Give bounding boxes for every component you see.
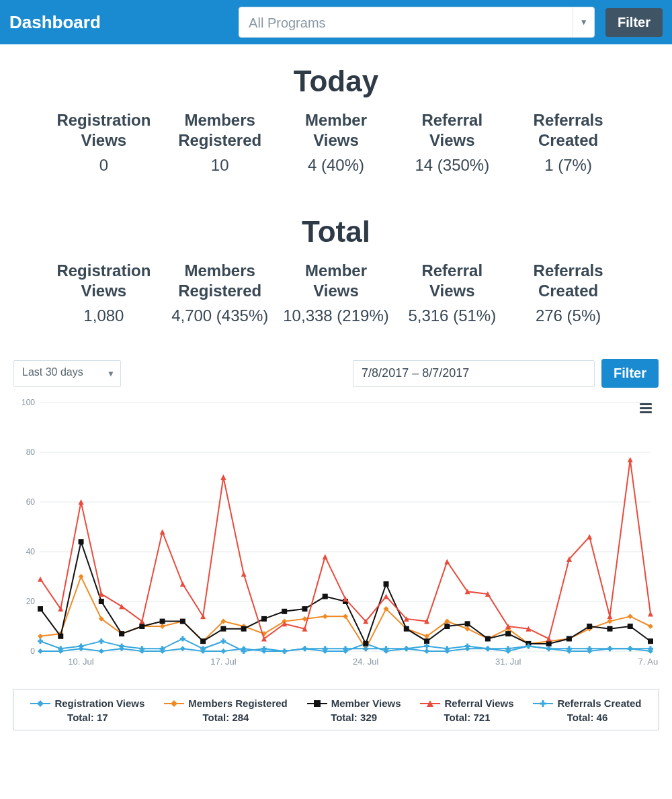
svg-rect-89	[241, 626, 247, 632]
svg-marker-124	[323, 554, 328, 559]
stat: RegistrationViews 1,080	[47, 261, 161, 325]
svg-marker-135	[546, 636, 552, 642]
svg-text:0: 0	[30, 646, 35, 656]
stat-value: 276 (5%)	[511, 306, 625, 325]
date-range-input[interactable]	[353, 360, 595, 387]
stat-label: RegistrationViews	[47, 261, 161, 301]
legend-total: Total: 46	[533, 712, 641, 723]
total-section: Total RegistrationViews 1,080MembersRegi…	[0, 181, 672, 332]
svg-text:100: 100	[22, 398, 35, 407]
chart-controls: Last 30 days ▼ Filter	[0, 359, 672, 388]
svg-text:80: 80	[26, 448, 36, 457]
stat-label: MembersRegistered	[163, 110, 277, 151]
stat-label: MemberViews	[280, 110, 393, 151]
svg-marker-17	[38, 648, 43, 654]
svg-marker-116	[160, 529, 165, 534]
svg-rect-105	[566, 636, 572, 642]
svg-marker-139	[628, 457, 633, 462]
stat: ReferralViews 14 (350%)	[395, 110, 509, 175]
svg-rect-109	[648, 638, 653, 644]
legend-marker-icon	[164, 699, 184, 708]
legend-total: Total: 329	[307, 712, 401, 723]
legend-item[interactable]: Registration Views Total: 17	[30, 698, 144, 723]
stat-value: 10	[163, 156, 277, 175]
svg-rect-98	[424, 638, 429, 644]
svg-text:40: 40	[26, 547, 36, 556]
legend-total: Total: 284	[164, 712, 288, 723]
svg-marker-62	[323, 614, 328, 619]
svg-rect-104	[546, 641, 552, 646]
svg-text:7. Aug: 7. Aug	[638, 657, 659, 667]
stat-value: 4 (40%)	[280, 156, 393, 175]
range-select[interactable]: Last 30 days ▼	[13, 360, 121, 387]
svg-rect-101	[485, 636, 491, 642]
legend-item[interactable]: Referrals Created Total: 46	[533, 698, 641, 723]
svg-rect-81	[79, 539, 84, 544]
svg-rect-106	[587, 624, 592, 629]
stat-value: 0	[47, 156, 161, 175]
svg-marker-119	[220, 474, 226, 480]
legend-marker-icon	[307, 699, 327, 708]
stat: MembersRegistered 10	[163, 110, 277, 175]
total-stats-row: RegistrationViews 1,080MembersRegistered…	[13, 261, 659, 325]
svg-marker-77	[628, 614, 633, 619]
svg-marker-137	[587, 534, 592, 540]
svg-rect-87	[200, 638, 206, 644]
svg-marker-130	[444, 559, 450, 564]
svg-rect-80	[58, 634, 63, 639]
legend-label: Registration Views	[54, 698, 144, 709]
svg-rect-100	[465, 621, 470, 626]
svg-marker-24	[180, 646, 185, 651]
svg-text:17. Jul: 17. Jul	[210, 657, 236, 667]
svg-rect-86	[180, 619, 185, 624]
svg-rect-97	[404, 626, 409, 632]
svg-text:31. Jul: 31. Jul	[495, 657, 521, 667]
chart-menu-icon[interactable]	[640, 401, 652, 415]
stat-value: 1 (7%)	[511, 156, 625, 175]
legend-total: Total: 17	[30, 712, 144, 723]
stat-label: ReferralViews	[395, 261, 509, 301]
stat: ReferralViews 5,316 (51%)	[395, 261, 509, 325]
svg-marker-36	[424, 648, 429, 654]
chevron-down-icon: ▼	[573, 7, 594, 37]
svg-marker-50	[79, 574, 84, 579]
stat-label: ReferralsCreated	[511, 110, 625, 151]
today-stats-row: RegistrationViews 0MembersRegistered 10M…	[13, 110, 659, 175]
svg-rect-108	[628, 624, 633, 629]
program-select-value: All Programs	[239, 7, 594, 38]
stat: ReferralsCreated 276 (5%)	[511, 261, 625, 325]
program-select[interactable]: All Programs ▼	[239, 7, 595, 38]
svg-marker-206	[171, 700, 177, 707]
stat: MembersRegistered 4,700 (435%)	[163, 261, 277, 325]
svg-rect-91	[282, 609, 287, 614]
legend-label: Referral Views	[444, 698, 513, 709]
legend-item[interactable]: Referral Views Total: 721	[420, 698, 513, 723]
legend-marker-icon	[420, 699, 440, 708]
svg-rect-107	[607, 626, 612, 632]
total-title: Total	[13, 215, 659, 249]
legend-item[interactable]: Member Views Total: 329	[307, 698, 401, 723]
filter-button[interactable]: Filter	[605, 8, 663, 37]
stat-value: 5,316 (51%)	[395, 306, 509, 325]
top-bar: Dashboard All Programs ▼ Filter	[0, 0, 672, 44]
svg-marker-140	[648, 612, 653, 617]
legend-label: Referrals Created	[557, 698, 641, 709]
svg-rect-92	[302, 606, 307, 612]
svg-marker-138	[607, 614, 612, 619]
line-chart: 02040608010010. Jul17. Jul24. Jul31. Jul…	[13, 396, 659, 678]
stat-label: MembersRegistered	[163, 261, 277, 301]
svg-rect-208	[314, 700, 321, 707]
svg-rect-84	[139, 624, 144, 629]
stat-value: 10,338 (219%)	[280, 306, 393, 325]
svg-rect-93	[323, 594, 328, 599]
svg-marker-48	[38, 634, 43, 639]
svg-marker-20	[99, 648, 104, 654]
legend-item[interactable]: Members Registered Total: 284	[164, 698, 288, 723]
stat-value: 4,700 (435%)	[163, 306, 277, 325]
chart-filter-button[interactable]: Filter	[601, 359, 659, 388]
svg-rect-95	[363, 641, 368, 646]
today-section: Today RegistrationViews 0MembersRegister…	[0, 44, 672, 181]
svg-marker-26	[220, 648, 226, 654]
stat-value: 14 (350%)	[395, 156, 509, 175]
svg-marker-127	[384, 594, 389, 599]
